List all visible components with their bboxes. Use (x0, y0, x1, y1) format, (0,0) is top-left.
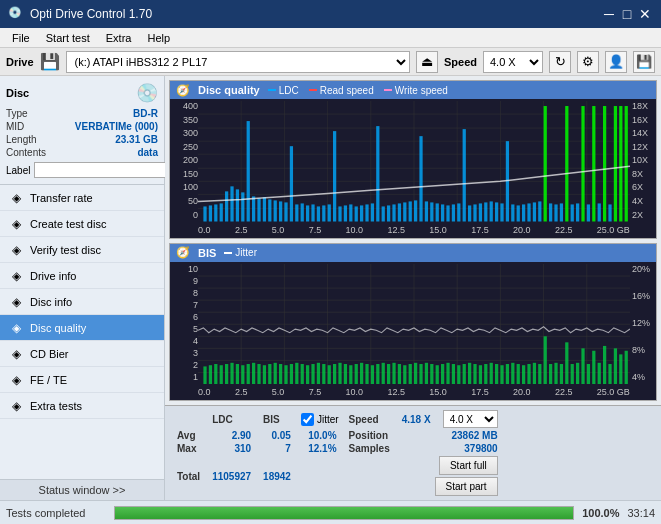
svg-rect-60 (436, 203, 439, 221)
contents-value: data (137, 147, 158, 158)
sidebar-item-disc-info[interactable]: ◈ Disc info (0, 289, 164, 315)
nav-label-transfer-rate: Transfer rate (30, 192, 93, 204)
drive-label: Drive (6, 56, 34, 68)
eject-button[interactable]: ⏏ (416, 51, 438, 73)
svg-rect-89 (592, 106, 595, 221)
svg-rect-170 (506, 364, 509, 384)
svg-rect-182 (571, 364, 574, 384)
svg-rect-72 (500, 203, 503, 221)
svg-rect-94 (619, 106, 622, 221)
svg-rect-126 (268, 364, 271, 384)
svg-rect-90 (598, 203, 601, 221)
disc-panel: Disc 💿 Type BD-R MID VERBATIMe (000) Len… (0, 76, 164, 185)
progress-bar-fill (115, 507, 573, 519)
svg-rect-86 (576, 203, 579, 221)
minimize-button[interactable]: ─ (601, 6, 617, 22)
speed-stat-select[interactable]: 4.0 X (443, 410, 498, 428)
sidebar-item-drive-info[interactable]: ◈ Drive info (0, 263, 164, 289)
svg-rect-190 (614, 348, 617, 384)
transfer-rate-icon: ◈ (8, 191, 24, 205)
svg-rect-118 (225, 364, 228, 384)
menu-help[interactable]: Help (139, 30, 178, 46)
write-legend-dot (384, 89, 392, 91)
menu-extra[interactable]: Extra (98, 30, 140, 46)
sidebar-item-disc-quality[interactable]: ◈ Disc quality (0, 315, 164, 341)
speed-select[interactable]: 4.0 X (483, 51, 543, 73)
svg-rect-140 (344, 364, 347, 384)
svg-rect-184 (581, 348, 584, 384)
profile-button[interactable]: 👤 (605, 51, 627, 73)
sidebar-item-extra-tests[interactable]: ◈ Extra tests (0, 393, 164, 419)
svg-rect-54 (403, 202, 406, 221)
nav-label-drive-info: Drive info (30, 270, 76, 282)
menu-start-test[interactable]: Start test (38, 30, 98, 46)
disc-info-icon: ◈ (8, 295, 24, 309)
fe-te-icon: ◈ (8, 373, 24, 387)
svg-rect-119 (230, 362, 233, 384)
svg-rect-49 (376, 126, 379, 221)
svg-rect-42 (338, 206, 341, 221)
svg-rect-133 (306, 365, 309, 384)
svg-rect-123 (252, 362, 255, 384)
svg-rect-79 (538, 201, 541, 221)
avg-row-label: Avg (171, 429, 206, 442)
ldc-chart-inner (198, 101, 630, 222)
status-window-button[interactable]: Status window >> (0, 479, 164, 500)
label-input[interactable] (34, 162, 167, 178)
svg-rect-130 (290, 364, 293, 384)
window-controls: ─ □ ✕ (601, 6, 653, 22)
start-full-button[interactable]: Start full (439, 456, 498, 475)
svg-rect-39 (322, 205, 325, 221)
svg-rect-117 (220, 365, 223, 384)
sidebar-item-cd-bier[interactable]: ◈ CD Bier (0, 341, 164, 367)
svg-rect-174 (527, 364, 530, 384)
svg-rect-160 (452, 364, 455, 384)
sidebar-item-fe-te[interactable]: ◈ FE / TE (0, 367, 164, 393)
sidebar-item-verify-test-disc[interactable]: ◈ Verify test disc (0, 237, 164, 263)
ldc-header: LDC (206, 409, 257, 429)
svg-rect-179 (554, 362, 557, 384)
app-icon: 💿 (8, 6, 24, 22)
speed-stat-value: 4.18 X (396, 409, 437, 429)
disc-icon: 💿 (136, 82, 158, 104)
svg-rect-152 (409, 364, 412, 384)
svg-rect-85 (571, 204, 574, 221)
max-bis: 7 (257, 442, 297, 455)
drive-select[interactable]: (k:) ATAPI iHBS312 2 PL17 (66, 51, 410, 73)
sidebar-item-transfer-rate[interactable]: ◈ Transfer rate (0, 185, 164, 211)
svg-rect-148 (387, 364, 390, 384)
svg-rect-26 (252, 196, 255, 221)
svg-rect-120 (236, 364, 239, 384)
svg-rect-68 (479, 203, 482, 221)
maximize-button[interactable]: □ (619, 6, 635, 22)
svg-rect-67 (473, 204, 476, 221)
svg-rect-74 (511, 204, 514, 221)
start-part-button[interactable]: Start part (435, 477, 498, 496)
svg-rect-59 (430, 202, 433, 221)
svg-rect-125 (263, 365, 266, 384)
ldc-legend-dot (268, 89, 276, 91)
svg-rect-167 (490, 362, 493, 384)
svg-rect-181 (565, 342, 568, 384)
ldc-chart-title: Disc quality (198, 84, 260, 96)
jitter-checkbox[interactable] (301, 413, 314, 426)
status-percent: 100.0% (582, 507, 619, 519)
svg-rect-91 (603, 106, 606, 221)
settings-button[interactable]: ⚙ (577, 51, 599, 73)
status-time: 33:14 (627, 507, 655, 519)
menu-file[interactable]: File (4, 30, 38, 46)
svg-rect-158 (441, 364, 444, 384)
svg-rect-50 (382, 206, 385, 221)
save-button[interactable]: 💾 (633, 51, 655, 73)
refresh-button[interactable]: ↻ (549, 51, 571, 73)
svg-rect-169 (500, 365, 503, 384)
bis-chart-legend: Jitter (224, 247, 257, 258)
nav-label-disc-quality: Disc quality (30, 322, 86, 334)
close-button[interactable]: ✕ (637, 6, 653, 22)
svg-rect-31 (279, 201, 282, 221)
bis-chart-panel: 🧭 BIS Jitter 10987654321 20%16%12%8%4 (169, 243, 657, 402)
svg-rect-69 (484, 202, 487, 221)
svg-rect-136 (322, 364, 325, 384)
create-test-disc-icon: ◈ (8, 217, 24, 231)
sidebar-item-create-test-disc[interactable]: ◈ Create test disc (0, 211, 164, 237)
